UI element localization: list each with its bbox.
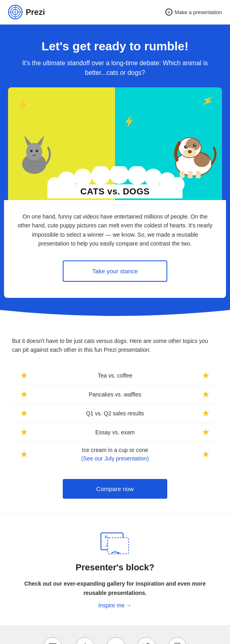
cats-dogs-image: ⚡ ⚡ — [8, 87, 222, 200]
hero-title: Let's get ready to rumble! — [12, 39, 218, 54]
svg-point-34 — [144, 169, 162, 186]
logo-text: Prezi — [26, 8, 45, 17]
topic-text-1: Tea vs. coffee — [28, 372, 202, 380]
star-right-icon: ★ — [202, 389, 210, 400]
instagram-icon — [168, 637, 187, 644]
star-left-icon: ★ — [20, 370, 28, 381]
topic-text-4: Essay vs. exam — [28, 428, 202, 437]
content-box: On one hand, funny cat videos have enter… — [4, 200, 226, 298]
star-left-icon: ★ — [20, 427, 28, 438]
svg-rect-43 — [108, 538, 129, 554]
topics-list: ★ Tea vs. coffee ★ ★ Pancakes vs. waffle… — [12, 366, 218, 467]
lightning-icon: ⚡ — [122, 114, 136, 128]
blog-icon — [43, 637, 62, 644]
gallery-icon — [99, 530, 131, 556]
svg-point-6 — [26, 143, 42, 161]
topic-text-2: Pancakes vs. waffles — [28, 390, 202, 399]
take-stance-button[interactable]: Take your stance — [63, 260, 167, 282]
star-left-icon: ★ — [20, 449, 28, 460]
svg-marker-8 — [37, 136, 44, 146]
gallery-svg-icon — [99, 530, 131, 556]
svg-point-20 — [188, 150, 192, 153]
logo: Prezi — [8, 5, 45, 19]
list-item: ★ Q1 vs. Q2 sales results ★ — [12, 404, 218, 423]
make-presentation-button[interactable]: + Make a presentation — [165, 8, 222, 16]
star-left-icon: ★ — [20, 389, 28, 400]
lightning-icon: ⚡ — [14, 98, 30, 113]
svg-point-42 — [105, 535, 108, 539]
footer: Prezi Blog f Facebook in LinkedIn Twitte… — [0, 625, 230, 644]
svg-rect-26 — [188, 171, 193, 178]
footer-blog-item[interactable]: Prezi Blog — [43, 637, 63, 644]
gallery-desc: Check out our ever-expanding gallery for… — [12, 579, 218, 597]
inspire-link[interactable]: Inspire me → — [98, 602, 131, 609]
gallery-section: Presenter's block? Check out our ever-ex… — [0, 513, 230, 625]
svg-point-10 — [36, 150, 38, 152]
star-left-icon: ★ — [20, 408, 28, 419]
list-item: ★ Pancakes vs. waffles ★ — [12, 385, 218, 404]
svg-point-24 — [195, 144, 196, 146]
svg-point-9 — [30, 150, 33, 152]
facebook-f-letter: f — [84, 642, 86, 644]
list-item: ★ Ice cream in a cup or cone (See our Ju… — [12, 442, 218, 467]
footer-social-icons: Prezi Blog f Facebook in LinkedIn Twitte… — [8, 637, 222, 644]
july-presentation-link[interactable]: (See our July presentation) — [81, 455, 149, 462]
svg-point-30 — [74, 169, 92, 186]
star-right-icon: ★ — [202, 408, 210, 419]
topic-text-5: Ice cream in a cup or cone (See our July… — [28, 446, 202, 463]
twitter-icon — [137, 637, 156, 644]
compare-now-button[interactable]: Compare now — [63, 479, 167, 499]
svg-rect-27 — [196, 171, 201, 178]
body-description: On one hand, funny cat videos have enter… — [16, 212, 214, 248]
svg-point-32 — [109, 166, 129, 184]
image-label: CATS vs. DOGS — [80, 186, 150, 196]
footer-twitter-item[interactable]: Twitter — [137, 637, 156, 644]
star-right-icon: ★ — [202, 370, 210, 381]
wave-separator — [0, 314, 230, 322]
list-item: ★ Essay vs. exam ★ — [12, 423, 218, 442]
facebook-icon: f — [76, 637, 94, 644]
make-presentation-label: Make a presentation — [175, 9, 222, 15]
hero-subtitle: It's the ultimate standoff over a long-t… — [12, 58, 218, 78]
star-right-icon: ★ — [202, 427, 210, 438]
footer-facebook-item[interactable]: f Facebook — [75, 637, 94, 644]
topics-intro: But it doesn't have to be just cats vers… — [12, 336, 218, 355]
footer-instagram-item[interactable]: Instagram — [168, 637, 187, 644]
svg-marker-7 — [24, 136, 31, 146]
topics-section: But it doesn't have to be just cats vers… — [0, 322, 230, 514]
svg-point-31 — [91, 166, 111, 185]
topic-text-3: Q1 vs. Q2 sales results — [28, 409, 202, 418]
footer-linkedin-item[interactable]: in LinkedIn — [107, 637, 125, 644]
svg-point-23 — [186, 146, 187, 147]
gallery-title: Presenter's block? — [12, 562, 218, 573]
wave-svg — [0, 310, 230, 322]
plus-circle-icon: + — [165, 8, 172, 16]
lightning-icon: ⚡ — [200, 94, 216, 109]
star-right-icon: ★ — [202, 449, 210, 460]
list-item: ★ Tea vs. coffee ★ — [12, 366, 218, 385]
white-content-section: On one hand, funny cat videos have enter… — [0, 200, 230, 314]
header: Prezi + Make a presentation — [0, 0, 230, 25]
svg-point-33 — [127, 166, 147, 185]
hero-section: Let's get ready to rumble! It's the ulti… — [0, 25, 230, 200]
linkedin-icon: in — [107, 637, 125, 644]
prezi-logo-icon — [8, 5, 23, 19]
